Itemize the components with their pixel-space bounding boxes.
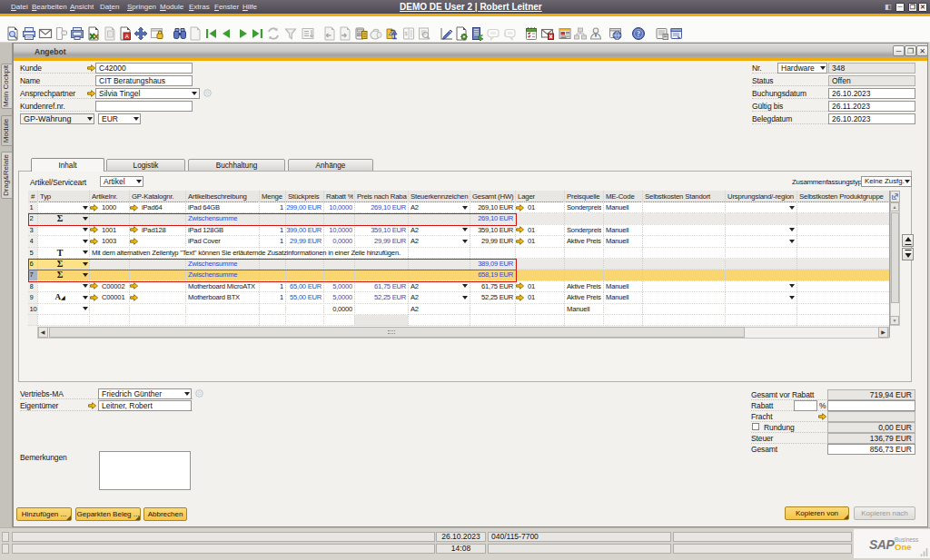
svg-text:A: A (124, 34, 128, 39)
svg-text:$: $ (404, 31, 407, 36)
svg-text:?: ? (637, 30, 640, 38)
